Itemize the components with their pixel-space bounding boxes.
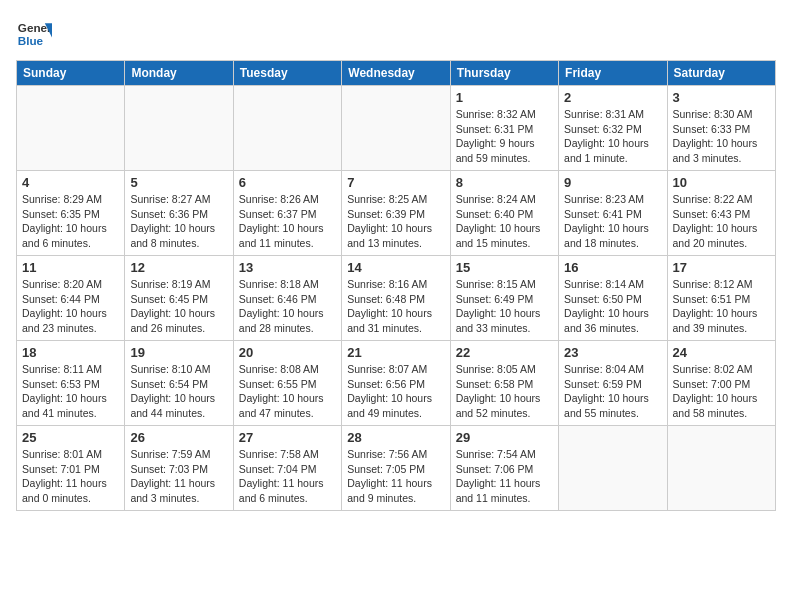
- calendar-cell: [17, 86, 125, 171]
- day-number: 12: [130, 260, 227, 275]
- day-number: 15: [456, 260, 553, 275]
- day-number: 29: [456, 430, 553, 445]
- calendar-cell: 20Sunrise: 8:08 AMSunset: 6:55 PMDayligh…: [233, 341, 341, 426]
- svg-text:General: General: [18, 21, 52, 34]
- day-info: Sunrise: 8:25 AMSunset: 6:39 PMDaylight:…: [347, 192, 444, 251]
- calendar-cell: 3Sunrise: 8:30 AMSunset: 6:33 PMDaylight…: [667, 86, 775, 171]
- calendar-cell: [125, 86, 233, 171]
- weekday-header-sunday: Sunday: [17, 61, 125, 86]
- week-row-5: 25Sunrise: 8:01 AMSunset: 7:01 PMDayligh…: [17, 426, 776, 511]
- day-number: 16: [564, 260, 661, 275]
- weekday-header-row: SundayMondayTuesdayWednesdayThursdayFrid…: [17, 61, 776, 86]
- day-info: Sunrise: 8:04 AMSunset: 6:59 PMDaylight:…: [564, 362, 661, 421]
- calendar-cell: 27Sunrise: 7:58 AMSunset: 7:04 PMDayligh…: [233, 426, 341, 511]
- day-info: Sunrise: 8:07 AMSunset: 6:56 PMDaylight:…: [347, 362, 444, 421]
- day-number: 7: [347, 175, 444, 190]
- day-info: Sunrise: 8:02 AMSunset: 7:00 PMDaylight:…: [673, 362, 770, 421]
- weekday-header-monday: Monday: [125, 61, 233, 86]
- day-number: 9: [564, 175, 661, 190]
- week-row-3: 11Sunrise: 8:20 AMSunset: 6:44 PMDayligh…: [17, 256, 776, 341]
- calendar-cell: 16Sunrise: 8:14 AMSunset: 6:50 PMDayligh…: [559, 256, 667, 341]
- day-number: 14: [347, 260, 444, 275]
- day-info: Sunrise: 8:20 AMSunset: 6:44 PMDaylight:…: [22, 277, 119, 336]
- logo-icon: General Blue: [16, 16, 52, 52]
- day-info: Sunrise: 8:23 AMSunset: 6:41 PMDaylight:…: [564, 192, 661, 251]
- day-info: Sunrise: 8:24 AMSunset: 6:40 PMDaylight:…: [456, 192, 553, 251]
- calendar-cell: 21Sunrise: 8:07 AMSunset: 6:56 PMDayligh…: [342, 341, 450, 426]
- day-number: 24: [673, 345, 770, 360]
- day-info: Sunrise: 7:59 AMSunset: 7:03 PMDaylight:…: [130, 447, 227, 506]
- calendar-cell: 1Sunrise: 8:32 AMSunset: 6:31 PMDaylight…: [450, 86, 558, 171]
- logo: General Blue: [16, 16, 52, 52]
- calendar-cell: 12Sunrise: 8:19 AMSunset: 6:45 PMDayligh…: [125, 256, 233, 341]
- calendar-cell: 11Sunrise: 8:20 AMSunset: 6:44 PMDayligh…: [17, 256, 125, 341]
- calendar-cell: 5Sunrise: 8:27 AMSunset: 6:36 PMDaylight…: [125, 171, 233, 256]
- day-info: Sunrise: 8:11 AMSunset: 6:53 PMDaylight:…: [22, 362, 119, 421]
- svg-text:Blue: Blue: [18, 34, 44, 47]
- calendar-table: SundayMondayTuesdayWednesdayThursdayFrid…: [16, 60, 776, 511]
- day-info: Sunrise: 8:26 AMSunset: 6:37 PMDaylight:…: [239, 192, 336, 251]
- page-header: General Blue: [16, 16, 776, 52]
- calendar-cell: 15Sunrise: 8:15 AMSunset: 6:49 PMDayligh…: [450, 256, 558, 341]
- calendar-cell: 4Sunrise: 8:29 AMSunset: 6:35 PMDaylight…: [17, 171, 125, 256]
- calendar-cell: 26Sunrise: 7:59 AMSunset: 7:03 PMDayligh…: [125, 426, 233, 511]
- day-number: 18: [22, 345, 119, 360]
- day-info: Sunrise: 8:27 AMSunset: 6:36 PMDaylight:…: [130, 192, 227, 251]
- calendar-cell: 14Sunrise: 8:16 AMSunset: 6:48 PMDayligh…: [342, 256, 450, 341]
- calendar-cell: 9Sunrise: 8:23 AMSunset: 6:41 PMDaylight…: [559, 171, 667, 256]
- calendar-cell: 6Sunrise: 8:26 AMSunset: 6:37 PMDaylight…: [233, 171, 341, 256]
- day-info: Sunrise: 8:14 AMSunset: 6:50 PMDaylight:…: [564, 277, 661, 336]
- day-number: 27: [239, 430, 336, 445]
- day-info: Sunrise: 8:22 AMSunset: 6:43 PMDaylight:…: [673, 192, 770, 251]
- calendar-cell: [559, 426, 667, 511]
- day-info: Sunrise: 8:30 AMSunset: 6:33 PMDaylight:…: [673, 107, 770, 166]
- calendar-cell: 7Sunrise: 8:25 AMSunset: 6:39 PMDaylight…: [342, 171, 450, 256]
- calendar-cell: 23Sunrise: 8:04 AMSunset: 6:59 PMDayligh…: [559, 341, 667, 426]
- weekday-header-tuesday: Tuesday: [233, 61, 341, 86]
- calendar-cell: 8Sunrise: 8:24 AMSunset: 6:40 PMDaylight…: [450, 171, 558, 256]
- calendar-cell: 22Sunrise: 8:05 AMSunset: 6:58 PMDayligh…: [450, 341, 558, 426]
- calendar-cell: [667, 426, 775, 511]
- day-number: 17: [673, 260, 770, 275]
- day-number: 8: [456, 175, 553, 190]
- weekday-header-saturday: Saturday: [667, 61, 775, 86]
- day-info: Sunrise: 7:58 AMSunset: 7:04 PMDaylight:…: [239, 447, 336, 506]
- week-row-2: 4Sunrise: 8:29 AMSunset: 6:35 PMDaylight…: [17, 171, 776, 256]
- day-number: 19: [130, 345, 227, 360]
- day-number: 20: [239, 345, 336, 360]
- day-info: Sunrise: 8:31 AMSunset: 6:32 PMDaylight:…: [564, 107, 661, 166]
- weekday-header-friday: Friday: [559, 61, 667, 86]
- calendar-cell: [233, 86, 341, 171]
- day-number: 10: [673, 175, 770, 190]
- day-number: 4: [22, 175, 119, 190]
- calendar-cell: 24Sunrise: 8:02 AMSunset: 7:00 PMDayligh…: [667, 341, 775, 426]
- day-number: 21: [347, 345, 444, 360]
- day-number: 2: [564, 90, 661, 105]
- day-info: Sunrise: 8:05 AMSunset: 6:58 PMDaylight:…: [456, 362, 553, 421]
- calendar-cell: 18Sunrise: 8:11 AMSunset: 6:53 PMDayligh…: [17, 341, 125, 426]
- day-number: 5: [130, 175, 227, 190]
- day-number: 13: [239, 260, 336, 275]
- day-info: Sunrise: 8:18 AMSunset: 6:46 PMDaylight:…: [239, 277, 336, 336]
- day-number: 11: [22, 260, 119, 275]
- day-number: 6: [239, 175, 336, 190]
- weekday-header-wednesday: Wednesday: [342, 61, 450, 86]
- day-info: Sunrise: 7:54 AMSunset: 7:06 PMDaylight:…: [456, 447, 553, 506]
- day-info: Sunrise: 8:12 AMSunset: 6:51 PMDaylight:…: [673, 277, 770, 336]
- calendar-cell: 17Sunrise: 8:12 AMSunset: 6:51 PMDayligh…: [667, 256, 775, 341]
- calendar-cell: 2Sunrise: 8:31 AMSunset: 6:32 PMDaylight…: [559, 86, 667, 171]
- calendar-cell: 29Sunrise: 7:54 AMSunset: 7:06 PMDayligh…: [450, 426, 558, 511]
- calendar-cell: 13Sunrise: 8:18 AMSunset: 6:46 PMDayligh…: [233, 256, 341, 341]
- day-info: Sunrise: 8:32 AMSunset: 6:31 PMDaylight:…: [456, 107, 553, 166]
- calendar-cell: 28Sunrise: 7:56 AMSunset: 7:05 PMDayligh…: [342, 426, 450, 511]
- day-number: 23: [564, 345, 661, 360]
- day-info: Sunrise: 8:16 AMSunset: 6:48 PMDaylight:…: [347, 277, 444, 336]
- day-number: 28: [347, 430, 444, 445]
- calendar-cell: 25Sunrise: 8:01 AMSunset: 7:01 PMDayligh…: [17, 426, 125, 511]
- day-info: Sunrise: 8:29 AMSunset: 6:35 PMDaylight:…: [22, 192, 119, 251]
- calendar-cell: [342, 86, 450, 171]
- day-info: Sunrise: 8:01 AMSunset: 7:01 PMDaylight:…: [22, 447, 119, 506]
- day-info: Sunrise: 8:15 AMSunset: 6:49 PMDaylight:…: [456, 277, 553, 336]
- day-number: 25: [22, 430, 119, 445]
- day-number: 1: [456, 90, 553, 105]
